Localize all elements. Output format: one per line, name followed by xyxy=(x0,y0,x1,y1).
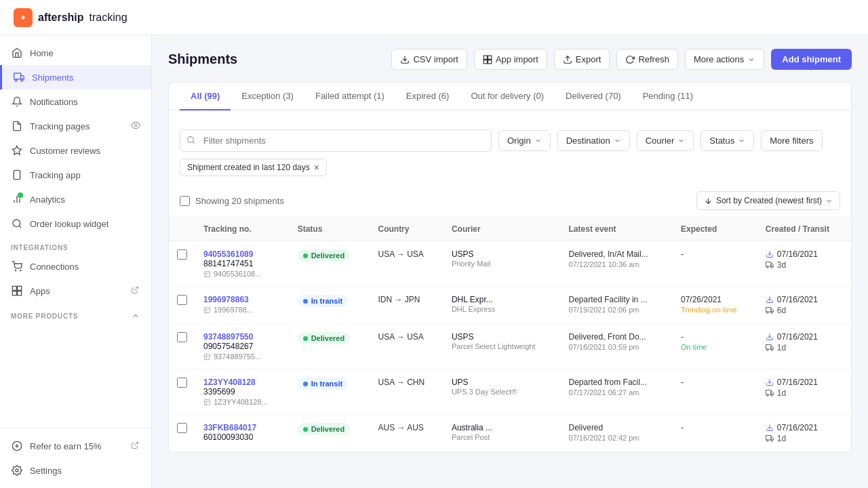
col-checkbox xyxy=(169,218,195,241)
sidebar-item-refer-label: Refer to earn 15% xyxy=(30,441,102,451)
tracking-number-main[interactable]: 33FKB684017 xyxy=(203,423,281,432)
select-all-checkbox[interactable] xyxy=(180,196,190,206)
sidebar-item-tracking-app[interactable]: Tracking app xyxy=(0,163,151,187)
country-text: IDN → JPN xyxy=(378,295,420,304)
destination-filter-button[interactable]: Destination xyxy=(557,130,630,151)
refer-external-icon xyxy=(131,441,140,451)
tab-failed-attempt[interactable]: Failed attempt (1) xyxy=(304,83,395,110)
courier-filter-button[interactable]: Courier xyxy=(637,130,694,151)
tracking-number-main[interactable]: 1996978863 xyxy=(203,295,281,304)
add-shipment-button[interactable]: Add shipment xyxy=(771,49,852,70)
status-cell: Delivered xyxy=(290,324,370,369)
tab-exception[interactable]: Exception (3) xyxy=(231,83,304,110)
tracking-number-main[interactable]: 1Z3YY408128 xyxy=(203,378,281,387)
created-date: 07/16/2021 xyxy=(766,249,843,259)
latest-event-cell: Departed Facility in ... 07/19/2021 02:0… xyxy=(561,287,673,324)
tracking-ref: 9405536108... xyxy=(203,270,281,278)
sidebar-item-connections[interactable]: Connections xyxy=(0,254,151,279)
csv-import-button[interactable]: CSV import xyxy=(391,49,467,70)
sidebar-item-tracking-pages[interactable]: Tracking pages xyxy=(0,114,151,138)
svg-marker-2 xyxy=(21,75,24,79)
row-checkbox-4[interactable] xyxy=(177,423,187,433)
created-wrap: 07/16/2021 1d xyxy=(766,332,843,352)
filter-tag-close-button[interactable]: × xyxy=(314,163,319,172)
status-cell: In transit xyxy=(290,369,370,415)
sidebar-item-refer[interactable]: Refer to earn 15% xyxy=(0,434,151,458)
sort-select[interactable]: Sort by Created (newest first) xyxy=(696,191,840,210)
sidebar-item-tracking-app-label: Tracking app xyxy=(30,170,81,180)
tab-pending[interactable]: Pending (11) xyxy=(632,83,704,110)
tracking-app-icon xyxy=(11,169,23,181)
app-import-icon xyxy=(483,55,492,64)
status-badge: Delivered xyxy=(298,423,351,435)
sidebar-item-home[interactable]: Home xyxy=(0,41,151,65)
status-dot xyxy=(303,253,308,258)
country-cell: USA → USA xyxy=(370,324,443,369)
sidebar-item-analytics[interactable]: Analytics xyxy=(0,187,151,211)
export-icon xyxy=(563,55,572,64)
expected-status: On time xyxy=(681,343,749,351)
sidebar-item-customer-reviews[interactable]: Customer reviews xyxy=(0,138,151,163)
transit-days: 1d xyxy=(766,388,843,398)
created-date: 07/16/2021 xyxy=(766,295,843,304)
sidebar-item-apps-label: Apps xyxy=(30,286,50,296)
origin-filter-button[interactable]: Origin xyxy=(498,130,551,151)
logo[interactable]: aftership tracking xyxy=(14,8,127,27)
export-button[interactable]: Export xyxy=(554,49,610,70)
more-products-section-header: MORE PRODUCTS xyxy=(0,303,151,323)
svg-rect-51 xyxy=(204,354,210,359)
integrations-section-header: INTEGRATIONS xyxy=(0,236,151,254)
tab-delivered[interactable]: Delivered (70) xyxy=(555,83,632,110)
refresh-button[interactable]: Refresh xyxy=(616,49,678,70)
download-icon xyxy=(766,378,774,386)
tab-out-for-delivery[interactable]: Out for delivery (0) xyxy=(460,83,555,110)
svg-point-49 xyxy=(766,312,768,314)
sidebar-item-settings[interactable]: Settings xyxy=(0,458,151,483)
showing-count: Showing 20 shipments xyxy=(180,196,284,206)
header-actions: CSV import App import Export Refresh xyxy=(391,49,852,70)
col-courier: Courier xyxy=(443,218,561,241)
created-transit-cell: 07/16/2021 1d xyxy=(757,369,851,415)
more-filters-button[interactable]: More filters xyxy=(761,130,822,151)
sidebar-item-order-lookup[interactable]: Order lookup widget xyxy=(0,211,151,236)
tracking-number-main[interactable]: 94055361089 xyxy=(203,249,281,259)
shipments-icon xyxy=(13,71,25,83)
svg-marker-56 xyxy=(771,346,774,349)
tracking-no-cell: 1996978863 19969788... xyxy=(195,287,290,324)
row-checkbox-0[interactable] xyxy=(177,249,187,260)
sort-icon xyxy=(704,197,713,205)
tab-all[interactable]: All (99) xyxy=(180,83,231,110)
table-area: Showing 20 shipments Sort by Created (ne… xyxy=(169,184,851,452)
search-input[interactable] xyxy=(180,129,492,152)
table-header-row: Showing 20 shipments Sort by Created (ne… xyxy=(169,184,851,218)
status-badge: In transit xyxy=(298,295,348,307)
refresh-icon xyxy=(625,55,635,64)
svg-rect-27 xyxy=(484,56,487,59)
row-checkbox-3[interactable] xyxy=(177,378,187,388)
app-import-button[interactable]: App import xyxy=(474,49,547,70)
filter-section: Origin Destination Courier Status xyxy=(169,121,851,176)
row-checkbox-cell xyxy=(169,369,195,415)
search-icon xyxy=(186,136,195,146)
status-dot xyxy=(303,299,308,304)
country-cell: IDN → JPN xyxy=(370,287,443,324)
svg-rect-59 xyxy=(204,399,210,405)
created-transit-cell: 07/16/2021 1d xyxy=(757,324,851,369)
settings-icon xyxy=(11,464,23,476)
row-checkbox-cell xyxy=(169,415,195,452)
more-actions-button[interactable]: More actions xyxy=(685,49,764,70)
event-time: 07/16/2021 02:42 pm xyxy=(569,434,665,442)
svg-point-4 xyxy=(21,79,23,81)
created-wrap: 07/16/2021 6d xyxy=(766,295,843,315)
tab-expired[interactable]: Expired (6) xyxy=(395,83,460,110)
expected-cell: - xyxy=(673,415,757,452)
row-checkbox-1[interactable] xyxy=(177,295,187,305)
tracking-number-main[interactable]: 93748897550 xyxy=(203,332,281,342)
row-checkbox-2[interactable] xyxy=(177,332,187,342)
created-transit-cell: 07/16/2021 1d xyxy=(757,415,851,452)
status-filter-button[interactable]: Status xyxy=(701,130,754,151)
collapse-icon[interactable] xyxy=(131,311,140,321)
sidebar-item-notifications[interactable]: Notifications xyxy=(0,89,151,114)
sidebar-item-shipments[interactable]: Shipments xyxy=(0,65,151,89)
sidebar-item-apps[interactable]: Apps xyxy=(0,279,151,303)
